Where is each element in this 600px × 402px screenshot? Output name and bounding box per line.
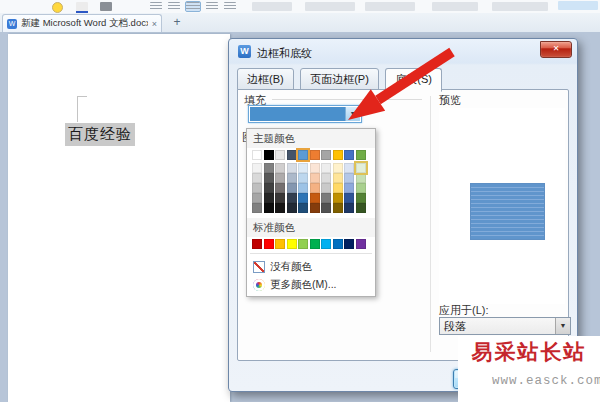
color-swatch[interactable] — [310, 203, 320, 213]
document-tab-bar: W 新建 Microsoft Word 文档.docx * × + — [0, 13, 600, 32]
color-swatch[interactable] — [321, 193, 331, 203]
color-swatch[interactable] — [310, 173, 320, 183]
color-swatch[interactable] — [275, 193, 285, 203]
color-swatch[interactable] — [333, 239, 343, 249]
color-swatch[interactable] — [333, 173, 343, 183]
color-swatch[interactable] — [344, 150, 354, 160]
color-swatch[interactable] — [287, 193, 297, 203]
dialog-close-button[interactable]: ✕ — [540, 41, 572, 58]
color-swatch[interactable] — [264, 239, 274, 249]
tab-page-border[interactable]: 页面边框(P) — [300, 68, 379, 91]
color-swatch[interactable] — [344, 163, 354, 173]
color-swatch[interactable] — [287, 163, 297, 173]
color-swatch[interactable] — [252, 203, 262, 213]
color-swatch[interactable] — [321, 183, 331, 193]
color-swatch[interactable] — [287, 239, 297, 249]
highlight-color-icon[interactable] — [52, 2, 63, 13]
new-tab-button[interactable]: + — [170, 16, 184, 30]
theme-variant-row — [247, 173, 375, 183]
color-swatch[interactable] — [264, 193, 274, 203]
fill-color-dropdown[interactable]: ▼ — [248, 105, 362, 123]
color-swatch[interactable] — [344, 193, 354, 203]
color-swatch[interactable] — [275, 183, 285, 193]
color-swatch[interactable] — [356, 173, 366, 183]
color-swatch[interactable] — [344, 183, 354, 193]
apply-to-dropdown[interactable]: 段落 ▼ — [439, 317, 571, 335]
color-swatch[interactable] — [298, 203, 308, 213]
color-swatch[interactable] — [333, 203, 343, 213]
align-left-icon[interactable] — [150, 2, 162, 11]
color-swatch[interactable] — [287, 183, 297, 193]
tab-close-icon[interactable]: × — [152, 19, 157, 29]
color-swatch[interactable] — [252, 193, 262, 203]
color-swatch[interactable] — [356, 163, 366, 173]
theme-colors-main-row — [247, 150, 375, 160]
indent-icon[interactable] — [224, 2, 236, 11]
color-swatch[interactable] — [321, 150, 331, 160]
no-color-label: 没有颜色 — [270, 260, 312, 274]
chevron-down-icon[interactable]: ▼ — [345, 107, 360, 121]
align-justify-icon[interactable] — [186, 2, 200, 11]
color-swatch[interactable] — [310, 239, 320, 249]
color-swatch[interactable] — [287, 203, 297, 213]
color-swatch[interactable] — [321, 239, 331, 249]
color-swatch[interactable] — [333, 183, 343, 193]
color-swatch[interactable] — [264, 173, 274, 183]
selected-document-text[interactable]: 百度经验 — [65, 123, 135, 146]
color-swatch[interactable] — [252, 173, 262, 183]
color-swatch[interactable] — [287, 150, 297, 160]
no-color-menu-item[interactable]: 没有颜色 — [247, 258, 375, 276]
color-swatch[interactable] — [321, 203, 331, 213]
color-swatch[interactable] — [287, 173, 297, 183]
color-swatch[interactable] — [252, 163, 262, 173]
color-swatch[interactable] — [333, 163, 343, 173]
line-spacing-icon[interactable] — [206, 2, 218, 11]
color-swatch[interactable] — [298, 193, 308, 203]
theme-colors-variant-rows — [247, 163, 375, 213]
color-swatch[interactable] — [298, 183, 308, 193]
color-swatch[interactable] — [344, 239, 354, 249]
color-swatch[interactable] — [310, 193, 320, 203]
color-swatch[interactable] — [264, 183, 274, 193]
color-swatch[interactable] — [298, 163, 308, 173]
tab-borders[interactable]: 边框(B) — [237, 68, 294, 91]
color-swatch[interactable] — [264, 163, 274, 173]
color-swatch[interactable] — [275, 150, 285, 160]
color-swatch[interactable] — [356, 150, 366, 160]
color-swatch[interactable] — [356, 193, 366, 203]
color-swatch[interactable] — [321, 163, 331, 173]
color-swatch[interactable] — [298, 150, 308, 160]
color-swatch[interactable] — [333, 150, 343, 160]
margin-guide — [77, 96, 78, 122]
color-swatch[interactable] — [321, 173, 331, 183]
more-colors-label: 更多颜色(M)... — [270, 278, 337, 292]
color-swatch[interactable] — [344, 173, 354, 183]
shading-icon[interactable] — [100, 2, 112, 11]
color-swatch[interactable] — [275, 203, 285, 213]
color-swatch[interactable] — [310, 183, 320, 193]
align-center-icon[interactable] — [168, 2, 180, 11]
color-swatch[interactable] — [356, 203, 366, 213]
color-swatch[interactable] — [275, 239, 285, 249]
color-swatch[interactable] — [252, 239, 262, 249]
color-swatch[interactable] — [275, 163, 285, 173]
tab-shading[interactable]: 底纹(S) — [385, 68, 442, 92]
color-swatch[interactable] — [356, 239, 366, 249]
color-swatch[interactable] — [264, 150, 274, 160]
preview-area — [439, 108, 565, 304]
color-swatch[interactable] — [298, 239, 308, 249]
more-colors-menu-item[interactable]: 更多颜色(M)... — [247, 276, 375, 294]
color-swatch[interactable] — [298, 173, 308, 183]
color-swatch[interactable] — [333, 193, 343, 203]
color-swatch[interactable] — [252, 183, 262, 193]
color-swatch[interactable] — [252, 150, 262, 160]
color-swatch[interactable] — [356, 183, 366, 193]
color-swatch[interactable] — [275, 173, 285, 183]
document-tab[interactable]: W 新建 Microsoft Word 文档.docx * × — [2, 14, 162, 32]
document-page[interactable]: 百度经验 — [8, 34, 230, 402]
color-swatch[interactable] — [310, 150, 320, 160]
color-swatch[interactable] — [344, 203, 354, 213]
chevron-down-icon[interactable]: ▼ — [555, 318, 570, 334]
color-swatch[interactable] — [264, 203, 274, 213]
color-swatch[interactable] — [310, 163, 320, 173]
